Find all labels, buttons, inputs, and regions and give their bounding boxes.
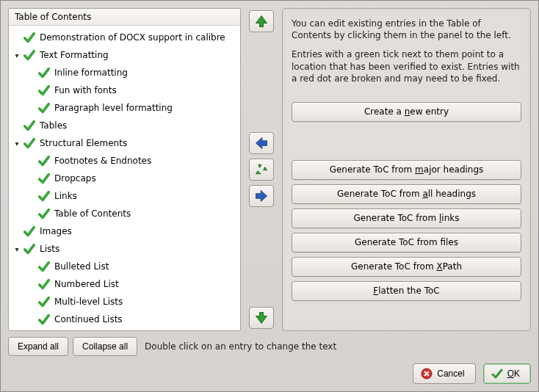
help-paragraph-2: Entries with a green tick next to them p… <box>292 48 521 84</box>
footer-row: Expand all Collapse all Double click on … <box>8 337 531 356</box>
generate-files-button[interactable]: Generate ToC from files <box>292 233 521 253</box>
verified-tick-icon <box>37 259 51 274</box>
toc-tree-item[interactable]: Inline formatting <box>9 64 240 81</box>
toc-item-label: Inline formatting <box>54 68 128 78</box>
tree-header: Table of Contents <box>9 9 240 26</box>
tree-expander[interactable]: ▾ <box>12 51 22 59</box>
toc-tree-item[interactable]: Numbered List <box>9 275 240 293</box>
toc-tree-item[interactable]: Paragraph level formatting <box>9 99 240 117</box>
expand-all-button[interactable]: Expand all <box>8 337 68 356</box>
footer-hint: Double click on an entry to change the t… <box>145 341 336 352</box>
toc-item-label: Tables <box>40 120 67 131</box>
toc-tree-item[interactable]: Tables <box>9 117 240 134</box>
toc-item-label: Dropcaps <box>54 173 96 184</box>
toc-tree-item[interactable]: ▾Lists <box>9 240 240 258</box>
toc-item-label: Table of Contents <box>54 208 131 219</box>
verified-tick-icon <box>22 48 37 62</box>
generate-links-button[interactable]: Generate ToC from links <box>292 208 521 228</box>
verified-tick-icon <box>37 65 51 80</box>
toc-tree-item[interactable]: Continued Lists <box>9 311 240 328</box>
help-text: You can edit existing entries in the Tab… <box>292 18 521 92</box>
toc-tree-item[interactable]: Table of Contents <box>9 205 240 222</box>
move-up-button[interactable] <box>249 10 274 32</box>
verified-tick-icon <box>37 153 51 168</box>
verified-tick-icon <box>37 206 51 221</box>
verified-tick-icon <box>37 312 51 327</box>
verified-tick-icon <box>37 294 51 309</box>
toc-item-label: Links <box>54 191 77 201</box>
verified-tick-icon <box>37 171 51 186</box>
verified-tick-icon <box>37 277 51 291</box>
move-right-button[interactable] <box>249 185 274 207</box>
verified-tick-icon <box>22 118 37 133</box>
recycle-button[interactable] <box>249 159 274 181</box>
flatten-button[interactable]: Flatten the ToC <box>292 281 521 301</box>
toc-item-label: Bulleted List <box>54 261 109 272</box>
arrow-down-icon <box>254 311 269 325</box>
toc-tree-item[interactable]: Bulleted List <box>9 258 240 275</box>
verified-tick-icon <box>37 189 51 203</box>
toc-tree-item[interactable]: Images <box>9 222 240 240</box>
toc-tree-item[interactable]: Demonstration of DOCX support in calibre <box>9 29 240 46</box>
help-paragraph-1: You can edit existing entries in the Tab… <box>292 18 521 41</box>
toc-tree-item[interactable]: Dropcaps <box>9 170 240 187</box>
toc-item-label: Continued Lists <box>54 314 123 324</box>
generate-xpath-button[interactable]: Generate ToC from XPath <box>292 257 521 277</box>
move-left-button[interactable] <box>249 132 274 154</box>
toc-tree[interactable]: Demonstration of DOCX support in calibre… <box>9 26 240 330</box>
toc-editor-dialog: Table of Contents Demonstration of DOCX … <box>0 0 539 392</box>
toc-tree-item[interactable]: ▾Structural Elements <box>9 134 240 152</box>
ok-check-icon <box>491 368 503 380</box>
main-area: Table of Contents Demonstration of DOCX … <box>8 8 531 331</box>
toc-tree-item[interactable]: Fun with fonts <box>9 81 240 99</box>
create-entry-button[interactable]: Create a new entry <box>292 102 521 122</box>
toc-tree-pane: Table of Contents Demonstration of DOCX … <box>8 8 241 331</box>
cancel-button[interactable]: Cancel <box>413 363 475 384</box>
ok-button[interactable]: OK <box>483 363 531 384</box>
collapse-all-button[interactable]: Collapse all <box>73 337 137 356</box>
toc-item-label: Images <box>40 226 72 236</box>
tree-expander[interactable]: ▾ <box>12 139 22 148</box>
tree-expander[interactable]: ▾ <box>12 245 22 253</box>
verified-tick-icon <box>22 136 37 150</box>
arrow-up-icon <box>254 14 269 29</box>
toc-item-label: Demonstration of DOCX support in calibre <box>40 32 225 43</box>
reorder-button-column <box>247 8 276 331</box>
actions-pane: You can edit existing entries in the Tab… <box>282 8 531 331</box>
verified-tick-icon <box>22 242 37 256</box>
generate-major-button[interactable]: Generate ToC from major headings <box>292 160 521 180</box>
toc-item-label: Lists <box>40 244 59 254</box>
toc-item-label: Multi-level Lists <box>54 297 123 307</box>
verified-tick-icon <box>37 101 51 115</box>
toc-item-label: Structural Elements <box>40 138 127 148</box>
arrow-right-icon <box>254 189 269 203</box>
toc-item-label: Text Formatting <box>40 50 109 60</box>
toc-item-label: Fun with fonts <box>54 85 117 95</box>
recycle-icon <box>254 162 269 177</box>
verified-tick-icon <box>37 83 51 98</box>
toc-tree-item[interactable]: Footnotes & Endnotes <box>9 152 240 170</box>
toc-item-label: Paragraph level formatting <box>54 103 173 113</box>
toc-item-label: Footnotes & Endnotes <box>54 156 151 166</box>
arrow-left-icon <box>254 136 269 150</box>
move-down-button[interactable] <box>249 307 274 329</box>
dialog-button-row: Cancel OK <box>8 363 531 384</box>
toc-tree-item[interactable]: Multi-level Lists <box>9 293 240 311</box>
generate-all-button[interactable]: Generate ToC from all headings <box>292 184 521 204</box>
cancel-icon <box>421 368 433 380</box>
toc-item-label: Numbered List <box>54 279 119 289</box>
toc-tree-item[interactable]: Links <box>9 187 240 205</box>
verified-tick-icon <box>22 30 37 45</box>
verified-tick-icon <box>22 224 37 239</box>
toc-tree-item[interactable]: ▾Text Formatting <box>9 46 240 64</box>
